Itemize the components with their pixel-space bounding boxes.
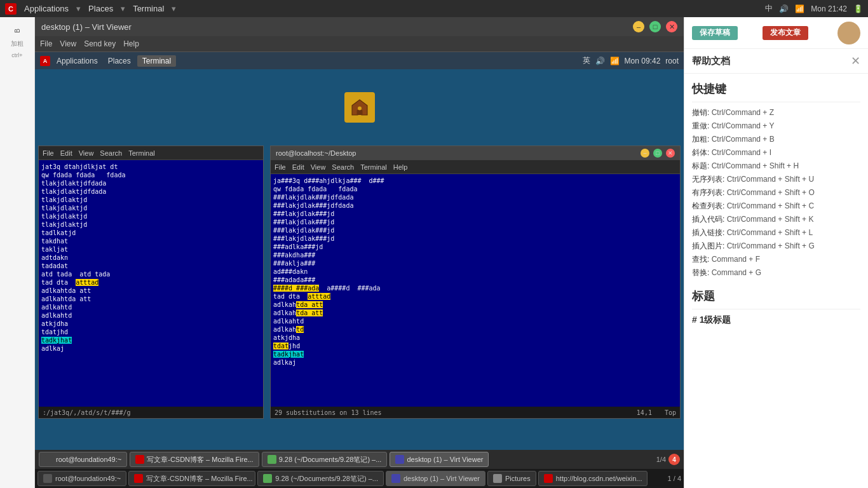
inner-task-0[interactable]: root@foundation49:~	[39, 452, 127, 467]
outer-task-1[interactable]: 写文章-CSDN博客 – Mozilla Fire...	[128, 471, 255, 486]
input-method[interactable]: 中	[765, 3, 773, 14]
term-right-minimize[interactable]: –	[641, 149, 649, 158]
inner-terminal-menu[interactable]: Terminal	[137, 55, 176, 67]
term-right-maximize[interactable]: □	[653, 149, 662, 158]
term-right-status-pos: Top	[665, 409, 676, 416]
battery-icon[interactable]: 🔋	[853, 4, 863, 13]
outer-task-label-0: root@foundation49:~	[55, 475, 121, 482]
outer-task-icon-3	[391, 474, 400, 483]
tl-9: takdhat	[41, 237, 261, 245]
terminal-right-controls: – □ ✕	[641, 149, 675, 158]
term-right-search[interactable]: Search	[332, 163, 354, 171]
term-left-file[interactable]: File	[43, 149, 54, 157]
app-icon: C	[5, 3, 17, 15]
shortcuts-title: 快捷键	[692, 81, 860, 97]
term-right-close[interactable]: ✕	[666, 149, 675, 158]
shortcut-item-9: 插入链接: Ctrl/Command + Shift + L	[692, 227, 860, 238]
virt-menu-file[interactable]: File	[40, 39, 52, 48]
terminal-menu[interactable]: Terminal	[128, 4, 169, 13]
virt-viewer-controls: – □ ✕	[633, 21, 677, 32]
outer-task-icon-0	[43, 474, 52, 483]
home-folder-icon[interactable]	[344, 92, 375, 123]
tl-4: tlakjdlaktjd	[41, 196, 261, 204]
terminal-left-body[interactable]: jat3q dtahjdlkjat dt qw fdada fdada fdad…	[39, 160, 263, 407]
desktop-area	[35, 69, 684, 146]
tr-9: ###akdha###	[273, 251, 677, 259]
inner-task-label-3: desktop (1) – Virt Viewer	[407, 456, 483, 463]
outer-task-0[interactable]: root@foundation49:~	[37, 471, 126, 486]
tr-21: tadkjhat	[273, 350, 677, 358]
tr-7: ###lakjdlak###jd	[273, 234, 677, 243]
term-right-edit[interactable]: Edit	[292, 163, 304, 171]
inner-task-3[interactable]: desktop (1) – Virt Viewer	[390, 452, 489, 467]
term-right-file[interactable]: File	[275, 163, 286, 171]
virt-menu-sendkey[interactable]: Send key	[84, 39, 116, 48]
tl-20: tdatjhd	[41, 328, 261, 336]
virt-viewer-close[interactable]: ✕	[666, 21, 677, 32]
tl-6: tlakjdlaktjd	[41, 212, 261, 220]
virt-viewer-maximize[interactable]: □	[649, 21, 661, 32]
tl-7: tlakjdlaktjd	[41, 220, 261, 229]
tr-1: qw fdada fdada fdada	[273, 185, 677, 193]
inner-task-icon-3	[395, 455, 404, 464]
inner-time-display: Mon 09:42	[625, 57, 661, 65]
save-draft-button[interactable]: 保存草稿	[692, 26, 738, 40]
outer-task-label-4: Pictures	[505, 475, 531, 482]
tl-5: tlakjdlaktjd	[41, 204, 261, 212]
inner-apps-menu[interactable]: Applications	[53, 57, 102, 65]
virt-viewer-menubar: File View Send key Help	[35, 36, 684, 52]
virt-viewer-minimize[interactable]: –	[633, 21, 644, 32]
outer-task-5[interactable]: http://blog.csdn.net/weixin...	[538, 471, 648, 486]
apps-menu[interactable]: Applications	[19, 4, 74, 13]
inner-task-label-1: 写文章-CSDN博客 – Mozilla Fire...	[147, 455, 253, 464]
term-right-view[interactable]: View	[311, 163, 326, 171]
term-left-terminal[interactable]: Terminal	[128, 149, 155, 157]
tr-8: ###adlka###jd	[273, 243, 677, 251]
inner-volume-icon[interactable]: 🔊	[595, 57, 605, 65]
outer-task-3[interactable]: desktop (1) – Virt Viewer	[386, 471, 485, 486]
tr-22: adlkaj	[273, 358, 677, 367]
outer-task-4[interactable]: Pictures	[487, 471, 536, 486]
shortcut-item-4: 标题: Ctrl/Command + Shift + H	[692, 161, 860, 172]
volume-icon[interactable]: 🔊	[779, 4, 789, 13]
user-avatar[interactable]	[837, 22, 860, 44]
publish-button[interactable]: 发布文章	[763, 26, 808, 40]
inner-task-1[interactable]: 写文章-CSDN博客 – Mozilla Fire...	[130, 452, 259, 467]
outer-task-2[interactable]: 9.28 (~/Documents/9.28笔记) –...	[257, 471, 384, 486]
inner-places-menu[interactable]: Places	[104, 57, 135, 65]
shortcut-item-3: 斜体: Ctrl/Command + I	[692, 147, 860, 158]
tl-3: tlakjdlaktjdfdada	[41, 187, 261, 196]
virt-viewer-titlebar: desktop (1) – Virt Viewer – □ ✕	[35, 17, 684, 36]
term-left-search[interactable]: Search	[100, 149, 122, 157]
heading-title: 标题	[692, 288, 860, 304]
network-icon[interactable]: 📶	[795, 4, 804, 13]
outer-task-icon-5	[544, 474, 553, 483]
shortcut-item-1: 重做: Ctrl/Command + Y	[692, 121, 860, 132]
sidebar-ctrl: ctrl+	[11, 52, 22, 58]
tr-3: ###lakjdlak###jdfdada	[273, 201, 677, 210]
terminal-right: root@localhost:~/Desktop – □ ✕ File Edit…	[270, 146, 681, 419]
tr-6: ###lakjdlak###jd	[273, 226, 677, 234]
inner-page-badge: 4	[668, 454, 680, 465]
virt-menu-view[interactable]: View	[60, 39, 76, 48]
terminal-right-menubar: File Edit View Search Terminal Help	[271, 160, 680, 174]
term-right-help[interactable]: Help	[393, 163, 408, 171]
places-menu[interactable]: Places	[83, 4, 118, 13]
term-left-view[interactable]: View	[79, 149, 94, 157]
shortcut-item-5: 无序列表: Ctrl/Command + Shift + U	[692, 174, 860, 185]
svg-point-1	[358, 107, 362, 111]
inner-task-2[interactable]: 9.28 (~/Documents/9.28笔记) –...	[262, 452, 388, 467]
virt-menu-help[interactable]: Help	[123, 39, 139, 48]
term-right-status-right: 14,1	[637, 409, 652, 416]
inner-input-method[interactable]: 英	[583, 55, 590, 66]
right-panel-close-btn[interactable]: ✕	[851, 54, 860, 68]
term-left-edit[interactable]: Edit	[60, 149, 72, 157]
right-panel-body: 快捷键 撤销: Ctrl/Command + Z重做: Ctrl/Command…	[684, 74, 868, 488]
terminal-right-body[interactable]: ja###3q d###ahjdlkja### d### qw fdada fd…	[271, 174, 680, 407]
tr-14: tad dta atttad	[273, 292, 677, 301]
term-right-terminal[interactable]: Terminal	[360, 163, 387, 171]
inner-network-icon[interactable]: 📶	[610, 57, 620, 65]
heading-item-1: # 1级标题	[692, 315, 860, 326]
terminals-area: File Edit View Search Terminal jat3q dta…	[35, 146, 684, 467]
system-bar-right: 中 🔊 📶 Mon 21:42 🔋	[765, 3, 863, 14]
